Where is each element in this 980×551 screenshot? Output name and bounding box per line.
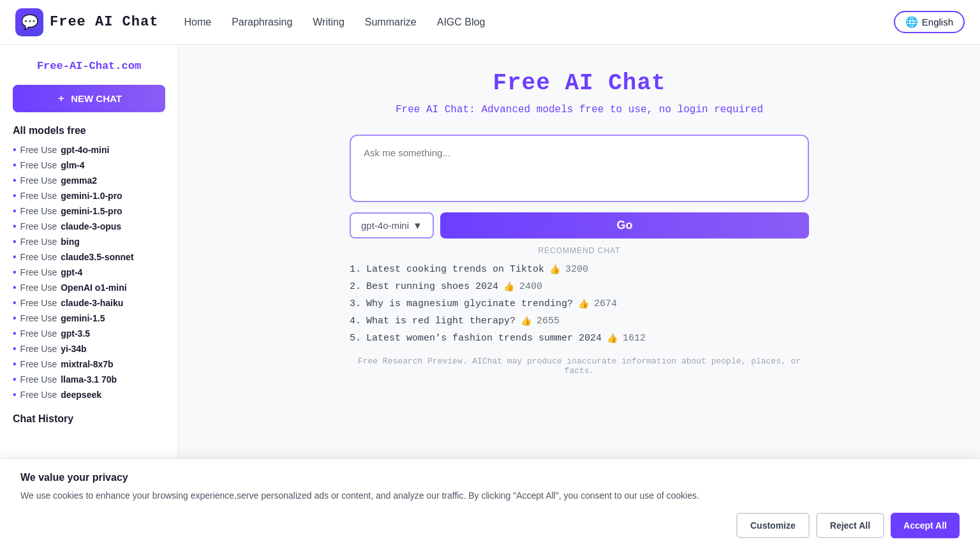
nav-writing[interactable]: Writing [313, 17, 345, 28]
list-item[interactable]: Free Use OpenAI o1-mini [13, 282, 165, 293]
item-text: Best running shoes 2024 [366, 281, 498, 292]
list-item[interactable]: 3. Why is magnesium glycinate trending? … [350, 298, 809, 309]
models-heading: All models free [13, 125, 165, 136]
header: 💬 Free AI Chat Home Paraphrasing Writing… [0, 0, 980, 45]
cookie-text: We use cookies to enhance your browsing … [20, 489, 786, 503]
item-num: 3. [350, 298, 361, 309]
model-selector-label: gpt-4o-mini [361, 220, 409, 231]
models-section: All models free Free Use gpt-4o-mini Fre… [13, 125, 165, 400]
model-selector[interactable]: gpt-4o-mini ▼ [350, 212, 434, 239]
history-section: Chat History [13, 413, 165, 425]
page-subtitle: Free AI Chat: Advanced models free to us… [396, 104, 763, 115]
go-button[interactable]: Go [440, 212, 809, 239]
list-item[interactable]: Free Use gpt-3.5 [13, 328, 165, 339]
thumb-icon: 👍 [503, 281, 514, 292]
thumb-icon: 👍 [549, 264, 560, 275]
item-count: 2400 [519, 281, 542, 292]
language-button[interactable]: 🌐 English [894, 11, 965, 33]
list-item[interactable]: Free Use gemma2 [13, 175, 165, 186]
accept-all-button[interactable]: Accept All [891, 513, 960, 538]
item-num: 1. [350, 264, 361, 275]
cookie-banner: We value your privacy We use cookies to … [0, 459, 980, 551]
reject-all-button[interactable]: Reject All [816, 513, 884, 538]
nav-home[interactable]: Home [184, 17, 211, 28]
cookie-buttons: Customize Reject All Accept All [20, 513, 960, 538]
item-num: 4. [350, 316, 361, 327]
recommend-label: RECOMMEND CHAT [350, 246, 809, 255]
item-count: 2674 [594, 298, 617, 309]
list-item[interactable]: 5. Latest women's fashion trends summer … [350, 333, 809, 344]
globe-icon: 🌐 [905, 16, 918, 28]
list-item[interactable]: Free Use gemini-1.5 [13, 312, 165, 324]
list-item[interactable]: Free Use gpt-4 [13, 267, 165, 278]
chat-input[interactable] [353, 138, 805, 196]
item-num: 2. [350, 281, 361, 292]
list-item[interactable]: Free Use llama-3.1 70b [13, 374, 165, 385]
nav-aigc-blog[interactable]: AIGC Blog [437, 17, 486, 28]
item-count: 2655 [537, 316, 560, 327]
nav-paraphrasing[interactable]: Paraphrasing [232, 17, 292, 28]
nav-summarize[interactable]: Summarize [365, 17, 417, 28]
lang-label: English [922, 17, 953, 27]
cookie-title: We value your privacy [20, 472, 960, 483]
customize-button[interactable]: Customize [736, 513, 810, 538]
item-count: 1612 [623, 333, 646, 344]
list-item[interactable]: Free Use mixtral-8x7b [13, 358, 165, 370]
list-item[interactable]: Free Use gpt-4o-mini [13, 144, 165, 156]
item-num: 5. [350, 333, 361, 344]
page-title: Free AI Chat [493, 70, 665, 96]
new-chat-button[interactable]: ＋ NEW CHAT [13, 85, 165, 112]
plus-icon: ＋ [56, 92, 66, 105]
list-item[interactable]: Free Use yi-34b [13, 343, 165, 355]
chevron-down-icon: ▼ [413, 220, 422, 231]
item-text: Latest women's fashion trends summer 202… [366, 333, 602, 344]
chat-controls: gpt-4o-mini ▼ Go [350, 212, 809, 239]
thumb-icon: 👍 [607, 333, 618, 344]
thumb-icon: 👍 [578, 298, 589, 309]
list-item[interactable]: 4. What is red light therapy? 👍 2655 [350, 316, 809, 327]
list-item[interactable]: Free Use claude-3-opus [13, 221, 165, 232]
list-item[interactable]: 1. Latest cooking trends on Tiktok 👍 320… [350, 264, 809, 275]
logo-icon: 💬 [15, 8, 43, 36]
thumb-icon: 👍 [521, 316, 531, 327]
new-chat-label: NEW CHAT [71, 93, 122, 104]
logo[interactable]: 💬 Free AI Chat [15, 8, 158, 36]
history-heading: Chat History [13, 413, 165, 425]
item-text: Why is magnesium glycinate trending? [366, 298, 573, 309]
model-list: Free Use gpt-4o-mini Free Use glm-4 Free… [13, 144, 165, 400]
list-item[interactable]: Free Use claude-3-haiku [13, 297, 165, 309]
sidebar-brand: Free-AI-Chat.com [13, 60, 165, 72]
logo-text: Free AI Chat [50, 14, 158, 30]
item-count: 3200 [565, 264, 588, 275]
disclaimer: Free Research Preview. AIChat may produc… [350, 356, 809, 376]
list-item[interactable]: 2. Best running shoes 2024 👍 2400 [350, 281, 809, 292]
list-item[interactable]: Free Use bing [13, 236, 165, 247]
list-item[interactable]: Free Use gemini-1.5-pro [13, 205, 165, 217]
list-item[interactable]: Free Use deepseek [13, 389, 165, 400]
list-item[interactable]: Free Use gemini-1.0-pro [13, 190, 165, 202]
main-nav: Home Paraphrasing Writing Summarize AIGC… [184, 17, 893, 28]
chat-input-area [350, 135, 809, 202]
list-item[interactable]: Free Use claude3.5-sonnet [13, 251, 165, 263]
list-item[interactable]: Free Use glm-4 [13, 159, 165, 171]
item-text: What is red light therapy? [366, 316, 516, 327]
recommend-list: 1. Latest cooking trends on Tiktok 👍 320… [350, 264, 809, 344]
item-text: Latest cooking trends on Tiktok [366, 264, 544, 275]
